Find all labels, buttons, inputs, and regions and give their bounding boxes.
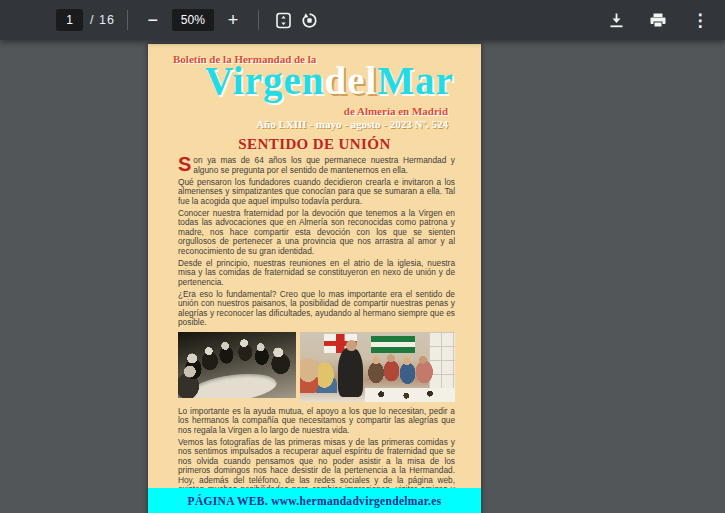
article-paragraph: ¿Era eso lo fundamental? Creo que lo mas… — [178, 290, 455, 328]
download-icon — [608, 12, 625, 29]
pdf-viewer-window: / 16 − 50% + — [0, 0, 725, 513]
photo-man-standing — [338, 347, 363, 397]
title-segment-mar: Mar — [377, 59, 454, 102]
toolbar-center-controls: / 16 − 50% + — [56, 0, 323, 40]
bulletin-title: VirgendelMar — [148, 61, 481, 100]
article-paragraph-text: on ya mas de 64 años los que permanece n… — [193, 155, 455, 175]
article-heading: SENTIDO DE UNIÓN — [148, 136, 481, 153]
drop-cap: S — [178, 156, 191, 173]
website-link[interactable]: PÁGINA WEB. www.hermandadvirgendelmar.es — [188, 495, 442, 507]
document-page: Boletín de la Hermandad de la VirgendelM… — [148, 44, 481, 513]
article-paragraph: Conocer nuestra fraternidad por la devoc… — [178, 209, 455, 257]
download-button[interactable] — [603, 7, 629, 33]
toolbar-right-controls: ⋮ — [603, 0, 713, 40]
photo-diners-right — [368, 351, 435, 387]
title-segment-virgen: Virgen — [205, 59, 324, 102]
pdf-viewport[interactable]: Boletín de la Hermandad de la VirgendelM… — [0, 40, 725, 513]
photo-fraternity-lunch — [300, 332, 455, 402]
bulletin-edition: Año LXIII - mayo - agosto - 2023 Nº. 524 — [256, 118, 448, 130]
toolbar-divider — [258, 10, 259, 30]
photo-diners-left — [300, 357, 337, 393]
page-footer-band: PÁGINA WEB. www.hermandadvirgendelmar.es — [148, 488, 481, 513]
print-button[interactable] — [645, 7, 671, 33]
article-paragraph: Lo importante es la ayuda mutua, el apoy… — [178, 407, 455, 436]
photo-people-heads — [178, 332, 296, 398]
print-icon — [649, 12, 667, 29]
title-segment-del: del — [324, 59, 377, 102]
zoom-level-display[interactable]: 50% — [172, 9, 214, 31]
rotate-button[interactable] — [297, 7, 323, 33]
photo-historic-dinner — [178, 332, 296, 398]
article-paragraph: Desde el principio, nuestras reuniones e… — [178, 259, 455, 288]
page-number-input[interactable] — [56, 9, 83, 31]
zoom-in-button[interactable]: + — [220, 7, 246, 33]
article-paragraph: Son ya mas de 64 años los que permanece … — [178, 156, 455, 175]
more-options-button[interactable]: ⋮ — [687, 7, 713, 33]
zoom-out-button[interactable]: − — [140, 7, 166, 33]
fit-to-page-icon — [275, 12, 292, 29]
photo-row — [178, 332, 455, 402]
pdf-toolbar: / 16 − 50% + — [0, 0, 725, 40]
bulletin-subtitle: de Almería en Madrid — [344, 105, 448, 117]
page-count-label: / 16 — [90, 13, 115, 27]
rotate-counterclockwise-icon — [301, 12, 318, 29]
toolbar-divider — [127, 10, 128, 30]
article-paragraph: Qué pensaron los fundadores cuando decid… — [178, 178, 455, 207]
article-body: Son ya mas de 64 años los que permanece … — [178, 156, 455, 513]
photo-lunch-table — [365, 388, 455, 402]
fit-to-page-button[interactable] — [271, 7, 297, 33]
